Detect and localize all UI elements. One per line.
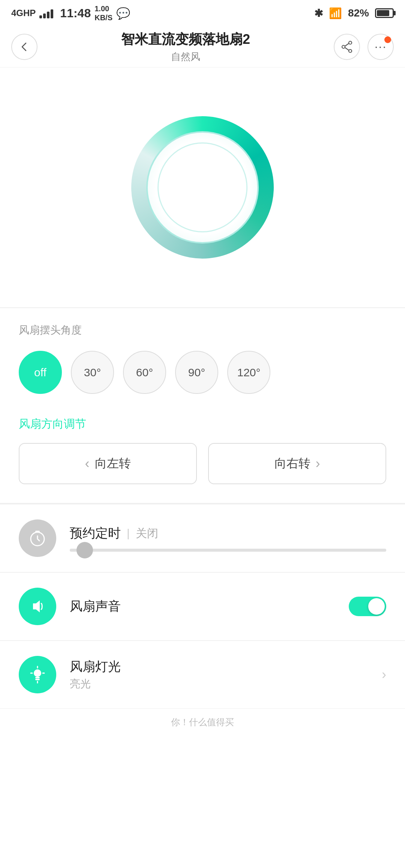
osc-btn-off[interactable]: off xyxy=(19,351,62,394)
oscillation-label: 风扇摆头角度 xyxy=(19,323,386,337)
svg-rect-10 xyxy=(35,679,40,680)
svg-rect-6 xyxy=(35,531,40,532)
osc-btn-60[interactable]: 60° xyxy=(123,351,166,394)
turn-right-label: 向右转 xyxy=(274,455,310,472)
osc-btn-30[interactable]: 30° xyxy=(71,351,114,394)
wifi-icon: 📶 xyxy=(329,7,342,19)
light-icon-bg xyxy=(19,656,56,693)
chevron-right-icon: › xyxy=(316,456,320,471)
time-label: 11:48 xyxy=(60,6,91,20)
status-right: ✱ 📶 82% xyxy=(314,7,394,19)
fan-visual xyxy=(0,67,405,307)
light-subtitle: 亮光 xyxy=(70,677,368,691)
timer-slider-track[interactable] xyxy=(70,549,386,552)
oscillation-buttons: off 30° 60° 90° 120° xyxy=(19,351,386,394)
bottom-hint: 你！什么值得买 xyxy=(0,708,405,736)
bluetooth-icon: ✱ xyxy=(314,7,323,19)
header: 智米直流变频落地扇2 自然风 ··· xyxy=(0,26,405,67)
timer-row: 预约定时 | 关闭 xyxy=(0,504,405,572)
sound-title: 风扇声音 xyxy=(70,599,121,613)
light-chevron-icon: › xyxy=(382,667,386,682)
sound-icon xyxy=(28,597,47,616)
share-icon xyxy=(340,40,353,53)
sound-content: 风扇声音 xyxy=(70,598,335,615)
timer-content: 预约定时 | 关闭 xyxy=(70,525,386,552)
svg-point-1 xyxy=(342,45,345,48)
turn-left-label: 向左转 xyxy=(95,455,131,472)
fan-circle-inner xyxy=(158,142,248,232)
light-icon xyxy=(28,665,47,684)
page-subtitle: 自然风 xyxy=(38,50,334,63)
network-label: 4GHP xyxy=(11,8,36,18)
svg-line-4 xyxy=(345,48,349,50)
svg-line-3 xyxy=(345,43,349,46)
timer-icon xyxy=(28,528,47,548)
timer-icon-bg xyxy=(19,519,56,557)
fan-circle-outer[interactable] xyxy=(131,116,274,259)
status-left: 4GHP 11:48 1.00 KB/S 💬 xyxy=(11,4,130,22)
direction-buttons: ‹ 向左转 向右转 › xyxy=(0,443,405,503)
svg-point-2 xyxy=(349,49,352,52)
battery-label: 82% xyxy=(348,7,369,19)
status-bar: 4GHP 11:48 1.00 KB/S 💬 ✱ 📶 82% xyxy=(0,0,405,26)
svg-point-8 xyxy=(34,669,41,677)
speed-label: 1.00 KB/S xyxy=(94,4,112,22)
timer-title: 预约定时 xyxy=(70,525,121,542)
wechat-icon: 💬 xyxy=(116,7,130,20)
back-icon xyxy=(19,42,30,52)
share-button[interactable] xyxy=(334,34,360,60)
light-title: 风扇灯光 xyxy=(70,659,121,673)
page-title: 智米直流变频落地扇2 xyxy=(38,30,334,49)
timer-title-row: 预约定时 | 关闭 xyxy=(70,525,386,542)
more-button[interactable]: ··· xyxy=(368,34,394,60)
svg-rect-9 xyxy=(35,677,40,678)
chevron-left-icon: ‹ xyxy=(85,456,90,471)
turn-left-button[interactable]: ‹ 向左转 xyxy=(19,443,197,484)
timer-slider-thumb[interactable] xyxy=(76,542,93,558)
header-title-area: 智米直流变频落地扇2 自然风 xyxy=(38,30,334,63)
light-content: 风扇灯光 亮光 xyxy=(70,658,368,691)
notification-dot xyxy=(384,36,391,43)
signal-icon xyxy=(39,8,53,18)
turn-right-button[interactable]: 向右转 › xyxy=(208,443,386,484)
battery-icon xyxy=(375,8,394,18)
back-button[interactable] xyxy=(11,34,38,60)
timer-divider: | xyxy=(127,527,130,540)
osc-btn-90[interactable]: 90° xyxy=(175,351,218,394)
oscillation-section: 风扇摆头角度 off 30° 60° 90° 120° xyxy=(0,308,405,409)
direction-label: 风扇方向调节 xyxy=(0,409,405,443)
header-actions: ··· xyxy=(334,34,394,60)
fan-circle-middle xyxy=(146,131,259,244)
osc-btn-120[interactable]: 120° xyxy=(227,351,270,394)
svg-marker-7 xyxy=(33,600,40,612)
timer-status: 关闭 xyxy=(136,526,158,541)
sound-row: 风扇声音 xyxy=(0,572,405,640)
light-row[interactable]: 风扇灯光 亮光 › xyxy=(0,640,405,708)
sound-icon-bg xyxy=(19,588,56,625)
svg-point-0 xyxy=(349,41,352,44)
sound-toggle[interactable] xyxy=(349,597,386,616)
toggle-knob xyxy=(368,598,385,615)
